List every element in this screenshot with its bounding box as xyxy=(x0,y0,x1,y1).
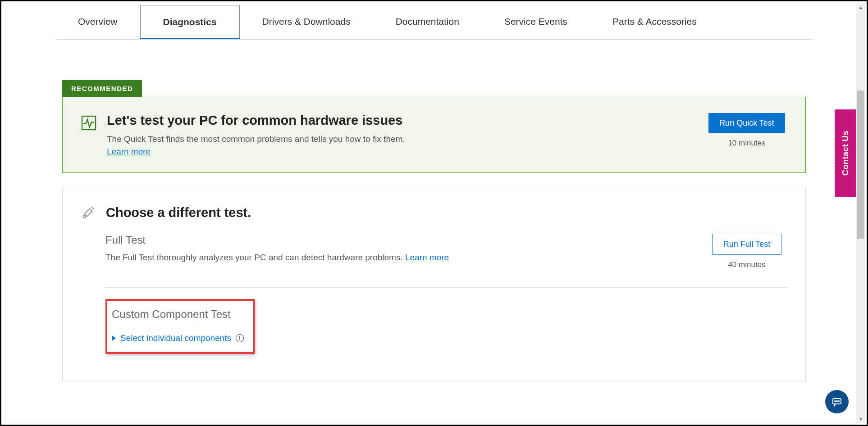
quick-test-title: Let's test your PC for common hardware i… xyxy=(107,113,405,128)
scrollbar[interactable]: ▲ ▼ xyxy=(856,3,865,423)
full-test-title: Full Test xyxy=(105,234,449,246)
tab-strip: Overview Diagnostics Drivers & Downloads… xyxy=(55,1,813,40)
chat-icon xyxy=(831,396,842,407)
chat-fab[interactable] xyxy=(825,390,849,413)
svg-point-1 xyxy=(83,215,86,218)
full-test-learn-more-link[interactable]: Learn more xyxy=(405,253,449,262)
heartbeat-icon xyxy=(81,115,97,131)
svg-point-5 xyxy=(838,401,839,402)
info-icon[interactable]: ! xyxy=(236,334,244,342)
divider xyxy=(105,287,787,288)
svg-point-3 xyxy=(835,401,836,402)
tab-diagnostics[interactable]: Diagnostics xyxy=(140,5,240,39)
tab-parts-accessories[interactable]: Parts & Accessories xyxy=(590,5,719,39)
tab-drivers-downloads[interactable]: Drivers & Downloads xyxy=(240,5,373,39)
scroll-down-arrow-icon[interactable]: ▼ xyxy=(856,414,865,423)
svg-point-4 xyxy=(836,401,837,402)
scroll-up-arrow-icon[interactable]: ▲ xyxy=(856,3,865,12)
quick-test-card: Let's test your PC for common hardware i… xyxy=(62,97,806,173)
choose-different-title: Choose a different test. xyxy=(106,205,251,220)
tools-icon xyxy=(81,205,96,220)
quick-test-duration: 10 minutes xyxy=(728,139,765,148)
tab-service-events[interactable]: Service Events xyxy=(482,5,590,39)
run-quick-test-button[interactable]: Run Quick Test xyxy=(708,113,785,133)
contact-us-tab[interactable]: Contact Us xyxy=(835,109,856,197)
run-full-test-button[interactable]: Run Full Test xyxy=(712,234,782,255)
select-components-link[interactable]: Select individual components ! xyxy=(112,333,244,343)
recommended-badge: RECOMMENDED xyxy=(62,80,142,97)
full-test-duration: 40 minutes xyxy=(728,260,765,269)
scroll-thumb[interactable] xyxy=(857,91,864,239)
full-test-desc: The Full Test thoroughly analyzes your P… xyxy=(105,253,449,263)
tab-documentation[interactable]: Documentation xyxy=(373,5,482,39)
choose-different-test-card: Choose a different test. Full Test The F… xyxy=(62,189,806,381)
quick-test-learn-more-link[interactable]: Learn more xyxy=(107,147,151,156)
custom-test-title: Custom Component Test xyxy=(112,308,244,321)
quick-test-desc: The Quick Test finds the most common pro… xyxy=(107,134,405,144)
highlight-annotation: Custom Component Test Select individual … xyxy=(105,299,255,354)
tab-overview[interactable]: Overview xyxy=(55,5,140,39)
expand-triangle-icon xyxy=(112,335,116,341)
select-components-label: Select individual components xyxy=(120,333,231,343)
contact-us-label: Contact Us xyxy=(841,131,850,176)
